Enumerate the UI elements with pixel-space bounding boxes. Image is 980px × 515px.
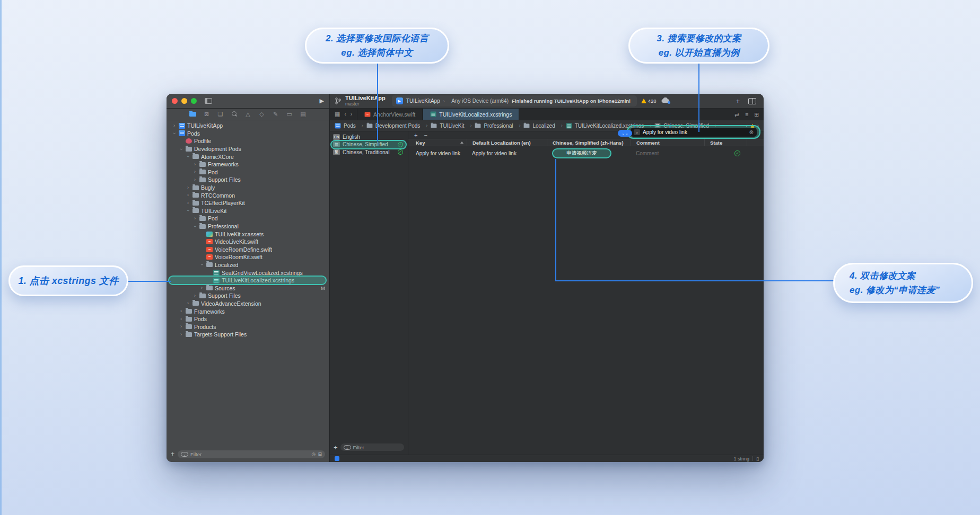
scheme-name[interactable]: TUILiveKitApp — [406, 98, 440, 104]
remove-string-button[interactable]: − — [424, 132, 427, 138]
add-file-button[interactable]: + — [171, 451, 174, 457]
tree-row[interactable]: Targets Support Files — [167, 331, 329, 339]
tests[interactable] — [258, 111, 265, 117]
tree-row[interactable]: Frameworks — [167, 161, 329, 168]
source-control[interactable] — [203, 111, 210, 117]
breadcrumb-item[interactable]: TUILiveKit — [431, 123, 475, 129]
related-items-icon[interactable]: ▦ — [335, 111, 340, 118]
tree-row[interactable]: Products — [167, 323, 329, 331]
string-table-row[interactable]: Apply for video link Apply for video lin… — [408, 146, 764, 160]
close-window-button[interactable] — [172, 98, 178, 104]
tree-row[interactable]: VoiceRoomKit.swift — [167, 253, 329, 261]
run-destination[interactable]: Any iOS Device (arm64) — [451, 98, 509, 104]
minimap-icon[interactable]: ≡ — [745, 111, 748, 118]
toggle-navigator-icon[interactable] — [205, 98, 212, 104]
disclosure-chevron-icon[interactable] — [179, 332, 183, 337]
language-row[interactable]: 繁 Chinese, Traditional ✓ — [330, 148, 408, 156]
recent-files-icon[interactable]: ◷ — [312, 451, 316, 457]
find[interactable] — [231, 111, 238, 117]
chinese-translation-cell[interactable]: 申请视频连麦 — [547, 146, 631, 160]
issues[interactable] — [244, 111, 251, 117]
go-back-button[interactable]: ‹ — [344, 111, 346, 117]
breakpoints[interactable] — [286, 111, 293, 117]
breadcrumb-item[interactable]: Pods — [335, 123, 366, 129]
tree-row[interactable]: Pod — [167, 168, 329, 176]
disclosure-chevron-icon[interactable] — [179, 147, 183, 152]
add-string-button[interactable]: + — [414, 132, 417, 138]
bookmarks[interactable] — [217, 111, 224, 117]
disclosure-chevron-icon[interactable] — [192, 170, 197, 174]
disclosure-chevron-icon[interactable] — [179, 309, 183, 314]
reports[interactable] — [300, 111, 307, 117]
tree-row[interactable]: VideoLiveKit.swift — [167, 238, 329, 246]
highlighted-translation-value[interactable]: 申请视频连麦 — [552, 148, 611, 158]
column-header-default[interactable]: Default Localization (en) — [467, 139, 547, 146]
language-row[interactable]: 简 Chinese, Simplified ✓ — [330, 141, 408, 149]
disclosure-chevron-icon[interactable] — [186, 201, 190, 206]
filter-scm-icon[interactable]: ⊞ — [318, 451, 322, 457]
clear-search-icon[interactable]: ⊗ — [749, 129, 754, 135]
disclosure-chevron-icon[interactable] — [192, 224, 197, 229]
disclosure-chevron-icon[interactable] — [192, 177, 197, 182]
string-search-input[interactable]: ⌄ Apply for video link ⊗ — [631, 128, 757, 137]
tree-row[interactable]: VoiceRoomDefine.swift — [167, 246, 329, 254]
disclosure-chevron-icon[interactable] — [199, 286, 204, 290]
add-language-button[interactable]: + — [334, 444, 338, 451]
warning-count-badge[interactable]: 428 — [641, 98, 657, 104]
minimize-window-button[interactable] — [181, 98, 187, 104]
editor-tab[interactable]: TUILiveKitLocalized.xcstrings — [423, 109, 519, 120]
search-query-text[interactable]: Apply for video link — [643, 129, 687, 135]
tree-row[interactable]: AtomicXCore — [167, 153, 329, 161]
add-editor-icon[interactable]: ⊞ — [754, 111, 759, 118]
editor-layout-button[interactable] — [748, 98, 756, 104]
tree-row[interactable]: Professional — [167, 223, 329, 230]
language-filter-field[interactable]: ⌄ Filter — [340, 443, 404, 451]
disclosure-chevron-icon[interactable] — [192, 162, 197, 167]
tree-row[interactable]: Sources M — [167, 284, 329, 292]
column-header-key[interactable]: Key — [408, 139, 467, 146]
column-header-comment[interactable]: Comment — [631, 139, 704, 146]
tree-row[interactable]: TUILiveKit — [167, 207, 329, 215]
tree-row[interactable]: RTCCommon — [167, 191, 329, 199]
disclosure-chevron-icon[interactable] — [186, 208, 190, 213]
column-header-state[interactable]: State — [704, 139, 747, 146]
editor-tab[interactable]: AnchorView.swift — [357, 109, 423, 120]
breadcrumb-item[interactable]: Localized — [523, 123, 565, 129]
tree-row[interactable]: Podfile — [167, 137, 329, 145]
tree-row[interactable]: Pod — [167, 215, 329, 223]
key-cell[interactable]: Apply for video link — [408, 146, 467, 160]
debug[interactable] — [272, 111, 279, 117]
search-scope-toggle[interactable]: ⌄ ⌄ — [618, 130, 632, 137]
disclosure-chevron-icon[interactable] — [172, 131, 177, 136]
disclosure-chevron-icon[interactable] — [186, 154, 190, 159]
tree-row[interactable]: TUILiveKitLocalized.xcstrings — [167, 277, 329, 285]
search-filter-chip-icon[interactable]: ⌄ — [634, 129, 640, 135]
disclosure-chevron-icon[interactable] — [192, 294, 197, 298]
disclosure-chevron-icon[interactable] — [186, 185, 190, 190]
disclosure-chevron-icon[interactable] — [186, 301, 190, 306]
tree-row[interactable]: TCEffectPlayerKit — [167, 199, 329, 207]
tree-row[interactable]: Localized — [167, 261, 329, 269]
project-navigator[interactable] — [189, 112, 196, 117]
tree-row[interactable]: Frameworks — [167, 307, 329, 315]
disclosure-chevron-icon[interactable] — [186, 193, 190, 198]
device-preview-icon[interactable]: ▯ — [756, 456, 759, 461]
library-add-button[interactable]: + — [736, 97, 740, 104]
breadcrumb-item[interactable]: Professional — [475, 123, 523, 129]
activity-view[interactable]: ▶ TUILiveKitApp › Any iOS Device (arm64)… — [392, 95, 637, 106]
breadcrumb-item[interactable]: Development Pods — [366, 123, 431, 129]
run-button[interactable]: ▶ — [320, 98, 324, 104]
column-header-chinese[interactable]: Chinese, Simplified (zh-Hans) — [547, 139, 631, 146]
tree-row[interactable]: Pods — [167, 130, 329, 138]
tree-row[interactable]: TUILiveKitApp — [167, 122, 329, 130]
zoom-window-button[interactable] — [191, 98, 197, 104]
navigator-filter-field[interactable]: ⌄ Filter ◷ ⊞ — [178, 450, 325, 458]
tree-row[interactable]: VideoAdvanceExtension — [167, 300, 329, 308]
default-localization-cell[interactable]: Apply for video link — [467, 146, 547, 160]
disclosure-chevron-icon[interactable] — [179, 317, 183, 322]
disclosure-chevron-icon[interactable] — [172, 123, 177, 128]
comment-cell[interactable]: Comment — [631, 146, 704, 160]
go-forward-button[interactable]: › — [351, 111, 352, 117]
tree-row[interactable]: Development Pods — [167, 145, 329, 153]
code-review-icon[interactable]: ⇄ — [734, 111, 739, 118]
